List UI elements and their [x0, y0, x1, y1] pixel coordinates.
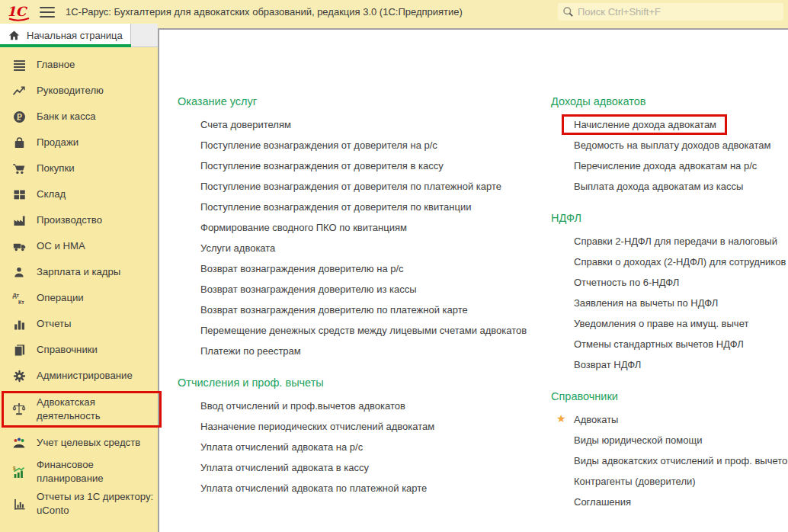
command-link[interactable]: Ведомость на выплату доходов адвокатам — [551, 135, 788, 155]
main-menu-hamburger-icon[interactable] — [40, 7, 55, 18]
command-link[interactable]: ★Адвокаты — [551, 409, 788, 430]
sidebar-item-salary-hr[interactable]: Зарплата и кадры — [0, 259, 158, 285]
search-input[interactable] — [578, 6, 779, 18]
sidebar-item-financial-planning[interactable]: $Финансовое планирование — [0, 456, 158, 488]
command-label: Назначение периодических отчислений адво… — [200, 421, 434, 432]
sidebar-item-fixed-assets[interactable]: ОС и НМА — [0, 233, 158, 259]
command-link[interactable]: Начисление дохода адвокатам — [551, 114, 788, 135]
sidebar-item-production[interactable]: Производство — [0, 207, 158, 233]
command-link[interactable]: Возврат вознаграждения доверителю по пла… — [178, 300, 536, 320]
sidebar-item-label: Производство — [37, 213, 102, 227]
command-label: Ведомость на выплату доходов адвокатам — [574, 139, 771, 151]
command-link[interactable]: Отмены стандартных вычетов НДФЛ — [551, 334, 788, 354]
command-section: Оказание услугСчета доверителямПоступлен… — [178, 95, 536, 361]
command-label: Возврат НДФЛ — [574, 359, 641, 370]
command-link[interactable]: Возврат НДФЛ — [551, 354, 788, 375]
menu-lines-icon — [11, 59, 27, 72]
tab-home-page[interactable]: Начальная страница — [0, 24, 131, 47]
svg-text:Кт: Кт — [18, 299, 24, 304]
title-bar: 1С 1С-Рарус: Бухгалтерия для адвокатских… — [0, 0, 788, 24]
trend-chart-icon — [11, 85, 27, 98]
start-page-content: Оказание услугСчета доверителямПоступлен… — [158, 28, 788, 532]
ruble-coin-icon: Р — [11, 111, 27, 123]
command-link[interactable]: Формирование сводного ПКО по квитанциям — [178, 217, 536, 238]
app-title: 1С-Рарус: Бухгалтерия для адвокатских об… — [66, 6, 463, 18]
command-link[interactable]: Возврат вознаграждения доверителю на р/с — [178, 258, 536, 279]
sidebar-item-manager[interactable]: Руководителю — [0, 78, 158, 104]
command-section: Доходы адвокатовНачисление дохода адвока… — [551, 95, 788, 197]
sidebar-item-purchases[interactable]: Покупки — [0, 155, 158, 181]
favorite-star-icon: ★ — [556, 412, 566, 425]
command-label: Услуги адвоката — [200, 242, 275, 254]
command-label: Возврат вознаграждения доверителю на р/с — [200, 263, 404, 274]
sidebar-item-main[interactable]: Главное — [0, 52, 158, 78]
command-link[interactable]: Уплата отчислений адвоката на р/с — [178, 437, 536, 457]
search-icon — [562, 6, 574, 18]
command-link[interactable]: Платежи по реестрам — [178, 341, 536, 361]
command-link[interactable]: Заявления на вычеты по НДФЛ — [551, 293, 788, 313]
sidebar-item-label: Финансовое планирование — [37, 458, 155, 486]
sidebar-item-label: Справочники — [37, 343, 98, 357]
command-section: Справочники★АдвокатыВиды юридической пом… — [551, 390, 788, 512]
command-label: Возврат вознаграждения доверителю из кас… — [200, 284, 417, 295]
content-column-left: Оказание услугСчета доверителямПоступлен… — [178, 95, 536, 510]
warehouse-grid-icon — [11, 188, 27, 201]
command-label: Отчетность по 6-НДФЛ — [574, 277, 679, 288]
sidebar-item-label: Покупки — [37, 162, 75, 175]
command-label: Уплата отчислений адвоката по платежной … — [200, 482, 427, 494]
command-link[interactable]: Возврат вознаграждения доверителю из кас… — [178, 279, 536, 300]
command-link[interactable]: Справки о доходах (2-НДФЛ) для сотрудник… — [551, 252, 788, 272]
section-title: Отчисления и проф. вычеты — [178, 377, 536, 389]
sidebar-item-reports[interactable]: Отчеты — [0, 311, 158, 337]
command-label-highlighted: Начисление дохода адвокатам — [562, 114, 727, 135]
command-label: Перечисление дохода адвокатам на р/с — [574, 160, 757, 171]
command-link[interactable]: Виды адвокатских отчислений и проф. выче… — [551, 450, 788, 471]
sidebar-item-warehouse[interactable]: Склад — [0, 181, 158, 207]
command-link[interactable]: Поступление вознаграждения от доверителя… — [178, 197, 536, 217]
global-search[interactable] — [558, 3, 783, 21]
command-link[interactable]: Справки 2-НДФЛ для передачи в налоговый — [551, 231, 788, 252]
content-column-right: Доходы адвокатовНачисление дохода адвока… — [551, 95, 788, 524]
sidebar-item-reports-uconto[interactable]: Отчеты из 1С директору: uConto — [0, 488, 158, 520]
svg-text:$: $ — [13, 466, 16, 472]
command-label: Справки 2-НДФЛ для передачи в налоговый — [574, 236, 777, 247]
command-link[interactable]: Услуги адвоката — [178, 238, 536, 258]
sidebar-item-administration[interactable]: Администрирование — [0, 363, 158, 389]
section-title: Оказание услуг — [178, 95, 536, 107]
sidebar-item-label: ОС и НМА — [37, 239, 85, 253]
command-link[interactable]: Поступление вознаграждения от доверителя… — [178, 176, 536, 197]
command-link[interactable]: Уплата отчислений адвоката в кассу — [178, 457, 536, 478]
command-link[interactable]: Ввод отчислений и проф.вычетов адвокатов — [178, 396, 536, 416]
command-link[interactable]: Выплата дохода адвокатам из кассы — [551, 176, 788, 197]
command-label: Адвокаты — [574, 414, 618, 425]
sidebar-item-label: Продажи — [37, 136, 78, 149]
sidebar-item-directories[interactable]: Справочники — [0, 337, 158, 363]
sidebar-item-label: Руководителю — [37, 84, 104, 98]
command-label: Поступление вознаграждения от доверителя… — [200, 181, 501, 192]
command-link[interactable]: Уплата отчислений адвоката по платежной … — [178, 478, 536, 498]
scales-icon — [11, 402, 27, 416]
command-label: Уплата отчислений адвоката на р/с — [200, 441, 363, 453]
sidebar-item-bank-cash[interactable]: РБанк и касса — [0, 104, 158, 130]
command-link[interactable]: Перечисление дохода адвокатам на р/с — [551, 155, 788, 176]
sidebar-item-advocacy[interactable]: Адвокатская деятельность — [2, 391, 162, 428]
command-link[interactable]: Виды юридической помощи — [551, 430, 788, 450]
sidebar-item-sales[interactable]: Продажи — [0, 130, 158, 155]
command-label: Уведомления о праве на имущ. вычет — [574, 318, 748, 329]
sidebar-item-label: Главное — [37, 58, 75, 72]
command-link[interactable]: Перемещение денежных средств между лицев… — [178, 320, 536, 341]
command-link[interactable]: Поступление вознаграждения от доверителя… — [178, 155, 536, 176]
command-link[interactable]: Соглашения — [551, 492, 788, 512]
sidebar-item-target-funds[interactable]: Учет целевых средств — [0, 430, 158, 456]
command-link[interactable]: Отчетность по 6-НДФЛ — [551, 272, 788, 293]
command-link[interactable]: Контрагенты (доверители) — [551, 471, 788, 492]
command-link[interactable]: Счета доверителям — [178, 114, 536, 135]
command-label: Заявления на вычеты по НДФЛ — [574, 297, 718, 309]
sidebar-item-operations[interactable]: ДтКтОперации — [0, 285, 158, 311]
shopping-cart-icon — [11, 162, 27, 175]
section-title: НДФЛ — [551, 212, 788, 224]
command-link[interactable]: Поступление вознаграждения от доверителя… — [178, 135, 536, 155]
command-link[interactable]: Назначение периодических отчислений адво… — [178, 416, 536, 437]
command-link[interactable]: Уведомления о праве на имущ. вычет — [551, 313, 788, 334]
command-label: Платежи по реестрам — [200, 345, 301, 357]
